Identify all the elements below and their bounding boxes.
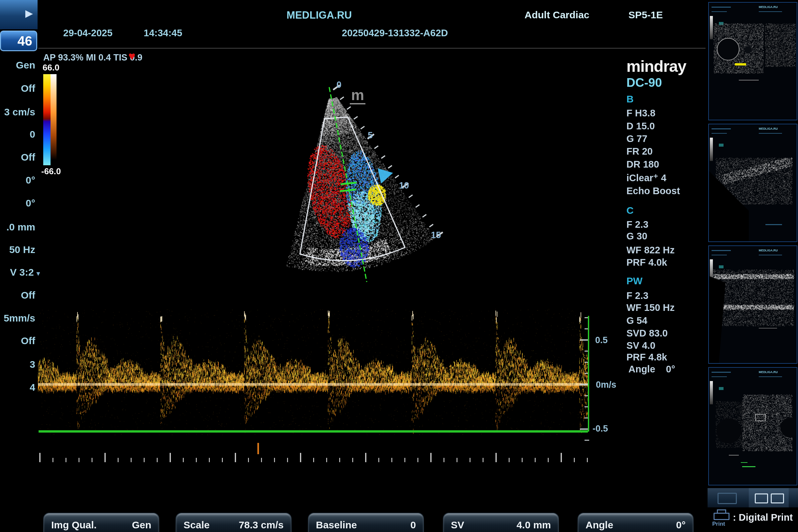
- pw-param-4: SV 4.0: [626, 340, 656, 351]
- control-sv[interactable]: SV4.0 mm: [443, 513, 559, 532]
- depth-label-0: 0: [337, 80, 341, 90]
- section-title-pw: PW: [626, 275, 642, 287]
- sidebar-item-6[interactable]: 0°: [0, 197, 35, 209]
- sidebar-item-3[interactable]: 0: [0, 128, 35, 141]
- cine-box[interactable]: ▶: [0, 0, 38, 29]
- b-param-2: G 77: [626, 133, 647, 144]
- pw-gain-bar: [51, 74, 57, 160]
- b-param-1: D 15.0: [626, 121, 655, 132]
- control-angle[interactable]: Angle0°: [577, 513, 694, 532]
- control-scale[interactable]: Scale78.3 cm/s: [175, 513, 291, 532]
- doppler-cursor-line[interactable]: [329, 87, 367, 282]
- colorbar-min: -66.0: [41, 166, 61, 176]
- sidebar-item-7[interactable]: .0 mm: [0, 221, 35, 233]
- color-doppler-bar: [43, 74, 51, 165]
- colorbar-max: 66.0: [42, 62, 59, 73]
- control-label: Scale: [184, 519, 209, 531]
- exam-time: 14:34:45: [144, 27, 182, 39]
- pw-param-0: F 2.3: [626, 290, 648, 301]
- brand-logo: mindray: [626, 57, 686, 75]
- sidebar-item-4[interactable]: Off: [0, 151, 35, 164]
- depth-label-15: 15: [431, 230, 441, 241]
- sidebar-item-10[interactable]: Off: [0, 289, 35, 302]
- single-view-icon[interactable]: [718, 493, 737, 504]
- control-label: Img Qual.: [51, 519, 97, 531]
- control-value: 4.0 mm: [517, 519, 551, 531]
- depth-ruler: [333, 85, 443, 237]
- pw-param-3: SVD 83.0: [626, 328, 668, 339]
- c-param-0: F 2.3: [626, 219, 648, 230]
- exam-date: 29-04-2025: [63, 27, 112, 39]
- focus-marker-icon: [378, 168, 393, 184]
- dropdown-caret-icon: ▾: [37, 270, 40, 277]
- sidebar-item-2[interactable]: 3 cm/s: [0, 106, 35, 118]
- thumbnail-3[interactable]: [708, 245, 797, 364]
- sidebar-item-8[interactable]: 50 Hz: [0, 243, 35, 256]
- thumbnail-4[interactable]: [708, 367, 797, 486]
- digital-print-status: : Digital Print: [733, 512, 793, 523]
- pw-param-6: Angle 0°: [628, 364, 675, 375]
- sweep-cursor-line: [588, 316, 589, 432]
- b-param-5: iClear⁺ 4: [626, 172, 666, 184]
- play-icon[interactable]: ▶: [25, 7, 33, 19]
- control-value: 0: [410, 519, 416, 531]
- thumbnail-2[interactable]: [708, 124, 797, 242]
- page-one-icon[interactable]: [755, 493, 768, 504]
- probe-name[interactable]: SP5-1E: [628, 9, 663, 21]
- graphics-overlay: [0, 0, 798, 532]
- frame-number: 46: [18, 34, 33, 49]
- b-param-3: FR 20: [626, 146, 653, 157]
- sample-gate-upper[interactable]: [341, 183, 357, 184]
- exam-id: 20250429-131332-A62D: [342, 27, 448, 39]
- print-sep: :: [733, 512, 736, 523]
- section-title-c: C: [626, 205, 634, 216]
- pw-param-2: G 54: [626, 315, 647, 326]
- control-value: 78.3 cm/s: [239, 519, 284, 531]
- pw-param-5: PRF 4.8k: [626, 352, 667, 363]
- orientation-watermark: m: [350, 88, 365, 104]
- print-label: Print: [712, 521, 725, 527]
- sidebar-item-12[interactable]: Off: [0, 335, 35, 347]
- sidebar-item-14[interactable]: 4: [0, 381, 35, 394]
- depth-label-5: 5: [368, 130, 373, 141]
- b-param-0: F H3.8: [626, 108, 656, 119]
- heart-icon: ♥: [128, 49, 135, 63]
- exam-preset[interactable]: Adult Cardiac: [519, 9, 595, 21]
- thumbnail-1[interactable]: [708, 2, 797, 120]
- control-label: Baseline: [316, 519, 357, 531]
- sidebar-item-11[interactable]: 5mm/s: [0, 312, 35, 324]
- acoustic-status: AP 93.3% MI 0.4 TIS 0.9: [43, 53, 142, 63]
- site-title: MEDLIGA.RU: [276, 9, 362, 21]
- c-param-1: G 30: [626, 231, 647, 242]
- b-param-4: DR 180: [626, 159, 659, 170]
- pw-param-1: WF 150 Hz: [626, 302, 674, 313]
- control-img-qual[interactable]: Img Qual.Gen: [43, 513, 159, 532]
- thumbnail-pager: [707, 488, 798, 507]
- color-roi-box[interactable]: [300, 117, 405, 261]
- control-label: SV: [451, 519, 464, 531]
- time-ruler: [40, 453, 587, 462]
- page-two-icon[interactable]: [771, 493, 784, 504]
- c-param-2: WF 822 Hz: [626, 245, 674, 256]
- spectral-baseline-bar[interactable]: [39, 430, 588, 433]
- sidebar-item-9-dropdown[interactable]: V 3:2 ▾: [0, 266, 40, 279]
- pager-active-segment: [749, 488, 789, 507]
- sidebar-item-0[interactable]: Gen: [0, 59, 35, 72]
- control-baseline[interactable]: Baseline0: [308, 513, 424, 532]
- sidebar-item-5[interactable]: 0°: [0, 174, 35, 187]
- control-value: 0°: [676, 519, 686, 531]
- sample-gate-lower[interactable]: [340, 190, 356, 191]
- control-value: Gen: [132, 519, 151, 531]
- sidebar-item-1[interactable]: Off: [0, 82, 35, 95]
- spectral-scale-neg: -0.5: [592, 424, 608, 434]
- frame-counter[interactable]: 46: [0, 31, 37, 51]
- digital-print-label: Digital Print: [739, 512, 793, 523]
- printer-icon-body: [714, 513, 729, 520]
- spectral-scale-zero: 0m/s: [596, 380, 616, 390]
- model-name: DC-90: [626, 76, 662, 90]
- print-button[interactable]: Print: [712, 509, 731, 529]
- spectral-scale-pos: 0.5: [595, 335, 608, 345]
- spectral-artifact: [258, 443, 259, 454]
- sidebar-item-9-label: V 3:2: [10, 267, 34, 278]
- sidebar-item-13[interactable]: 3: [0, 358, 35, 371]
